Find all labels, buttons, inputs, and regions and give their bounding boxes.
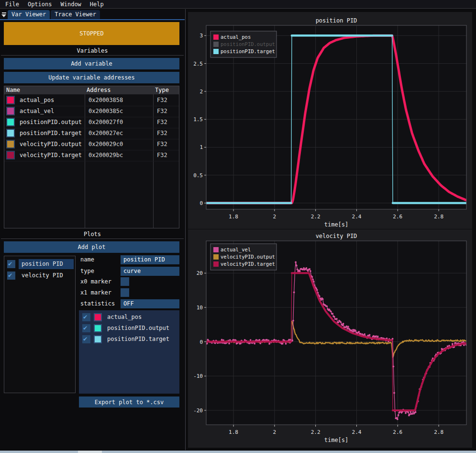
form-label-x0-marker: x0 marker [80, 277, 111, 286]
checkmark-icon: ✔ [8, 271, 12, 279]
form-select-type[interactable]: curve [121, 267, 179, 276]
svg-text:velocityPID.target: velocityPID.target [221, 261, 275, 267]
variable-address: 0x200029bc [89, 150, 123, 161]
variable-color-swatch[interactable] [6, 151, 15, 159]
legend-item-positionpid-output[interactable]: positionPID.output [213, 41, 275, 47]
plot-var-checkbox-positionpid-output[interactable]: ✔ [82, 324, 90, 332]
horizontal-scrollbar-thumb[interactable] [78, 451, 102, 453]
variable-name: actual_vel [20, 106, 54, 117]
y-tick-label: 2.5 [193, 61, 203, 67]
x-tick-label: 2.8 [434, 429, 443, 435]
svg-text:actual_vel: actual_vel [221, 247, 251, 253]
svg-text:positionPID.target: positionPID.target [221, 48, 275, 54]
table-row[interactable]: positionPID.target0x200027ecF32 [4, 128, 179, 139]
column-header-name[interactable]: Name [4, 86, 20, 94]
svg-text:positionPID.output: positionPID.output [221, 41, 275, 47]
plot-var-checkbox-actual-pos[interactable]: ✔ [82, 313, 90, 321]
plot-checkbox-velocity-pid[interactable]: ✔ [7, 272, 15, 280]
variable-name: actual_pos [20, 95, 54, 106]
variable-color-swatch[interactable] [6, 118, 15, 126]
export-csv-button[interactable]: Export plot to *.csv [79, 396, 179, 408]
x-tick-label: 1.8 [229, 429, 238, 435]
y-tick-label: 2 [199, 89, 203, 95]
form-checkbox-x1-marker[interactable] [121, 288, 129, 297]
plot-var-label-positionpid-output: positionPID.output [107, 323, 169, 333]
plot-list-item-velocity-pid[interactable]: velocity PID [19, 271, 74, 281]
menu-item-options[interactable]: Options [23, 0, 56, 9]
plot-var-color-swatch[interactable] [94, 313, 102, 321]
plot-var-color-swatch[interactable] [94, 324, 102, 332]
form-select-statistics[interactable]: OFF [121, 299, 179, 308]
legend-item-positionpid-target[interactable]: positionPID.target [213, 48, 275, 54]
position-pid-plot[interactable]: position PID1.822.22.42.62.800.511.522.5… [188, 12, 472, 229]
chart-title: position PID [316, 17, 357, 24]
tab-bar: Var ViewerTrace Viewer [0, 9, 185, 20]
table-row[interactable]: positionPID.output0x200027f0F32 [4, 117, 179, 128]
checkmark-icon: ✔ [83, 324, 87, 331]
table-row[interactable]: velocityPID.target0x200029bcF32 [4, 150, 179, 161]
variable-name: positionPID.target [20, 128, 82, 139]
velocity-pid-chart[interactable]: velocity PID1.822.22.42.62.8-20-1001020t… [188, 229, 472, 448]
chevron-triangle [1, 14, 6, 17]
tab-list-chevron-icon[interactable] [0, 10, 8, 19]
menu-item-help[interactable]: Help [86, 0, 108, 9]
plot-var-color-swatch[interactable] [94, 335, 102, 343]
position-pid-chart[interactable]: position PID1.822.22.42.62.800.511.522.5… [188, 12, 472, 229]
x-tick-label: 2 [273, 429, 277, 435]
legend-item-velocitypid-target[interactable]: velocityPID.target [213, 261, 275, 267]
column-header-type[interactable]: Type [153, 86, 169, 94]
plot-var-label-positionpid-target: positionPID.target [107, 334, 169, 344]
menu-item-window[interactable]: Window [56, 0, 85, 9]
menu-bar: FileOptionsWindowHelp [0, 0, 476, 9]
form-label-type: type [80, 267, 94, 276]
chart-title: velocity PID [316, 233, 357, 239]
checkmark-icon: ✔ [83, 313, 87, 320]
y-tick-label: 1 [199, 144, 203, 150]
status-button[interactable]: STOPPED [4, 22, 179, 45]
x-tick-label: 2 [273, 214, 277, 220]
form-input-name[interactable]: position PID [121, 255, 179, 264]
panel-splitter[interactable] [185, 9, 186, 450]
plot-list-item-position-pid[interactable]: position PID [19, 259, 74, 269]
y-tick-label: -10 [193, 373, 203, 379]
variable-type: F32 [157, 128, 167, 139]
variable-color-swatch[interactable] [6, 140, 15, 148]
variable-color-swatch[interactable] [6, 129, 15, 137]
legend-item-velocitypid-output[interactable]: velocityPID.output [213, 254, 275, 260]
x-tick-label: 2.4 [352, 429, 362, 435]
table-header-row: NameAddressType [4, 86, 179, 94]
plot-checkbox-position-pid[interactable]: ✔ [7, 260, 15, 268]
form-checkbox-x0-marker[interactable] [121, 277, 129, 286]
x-tick-label: 2.2 [311, 429, 321, 435]
table-row[interactable]: actual_vel0x2000385cF32 [4, 106, 179, 117]
table-row[interactable]: velocityPID.output0x200029c0F32 [4, 139, 179, 150]
y-tick-label: 0.5 [193, 172, 203, 179]
column-header-address[interactable]: Address [85, 86, 111, 94]
add-plot-button[interactable]: Add plot [4, 241, 179, 253]
variable-color-swatch[interactable] [6, 107, 15, 115]
variable-type: F32 [157, 95, 167, 106]
plot-var-checkbox-positionpid-target[interactable]: ✔ [82, 335, 90, 343]
variable-type: F32 [157, 117, 167, 128]
variable-name: positionPID.output [20, 117, 82, 128]
x-tick-label: 2.6 [393, 214, 402, 220]
plots-separator [1, 238, 184, 239]
tab-var-viewer[interactable]: Var Viewer [8, 10, 50, 19]
form-label-statistics: statistics [80, 299, 115, 308]
update-variable-addresses-button[interactable]: Update variable addresses [4, 72, 179, 83]
y-tick-label: 20 [197, 270, 203, 276]
variable-color-swatch[interactable] [6, 96, 15, 104]
y-tick-label: 3 [199, 33, 203, 39]
add-variable-button[interactable]: Add variable [4, 58, 179, 69]
velocity-pid-plot[interactable]: velocity PID1.822.22.42.62.8-20-1001020t… [188, 229, 472, 448]
x-axis-label: time[s] [324, 221, 349, 228]
menu-item-file[interactable]: File [1, 0, 23, 9]
y-tick-label: -20 [193, 408, 203, 414]
variable-address: 0x2000385c [89, 106, 123, 117]
horizontal-scrollbar[interactable] [0, 451, 476, 453]
plot-var-label-actual-pos: actual_pos [107, 312, 142, 322]
x-tick-label: 2.2 [311, 214, 321, 220]
variables-section-title: Variables [0, 47, 185, 54]
table-row[interactable]: actual_pos0x20003858F32 [4, 95, 179, 106]
tab-trace-viewer[interactable]: Trace Viewer [51, 10, 100, 19]
